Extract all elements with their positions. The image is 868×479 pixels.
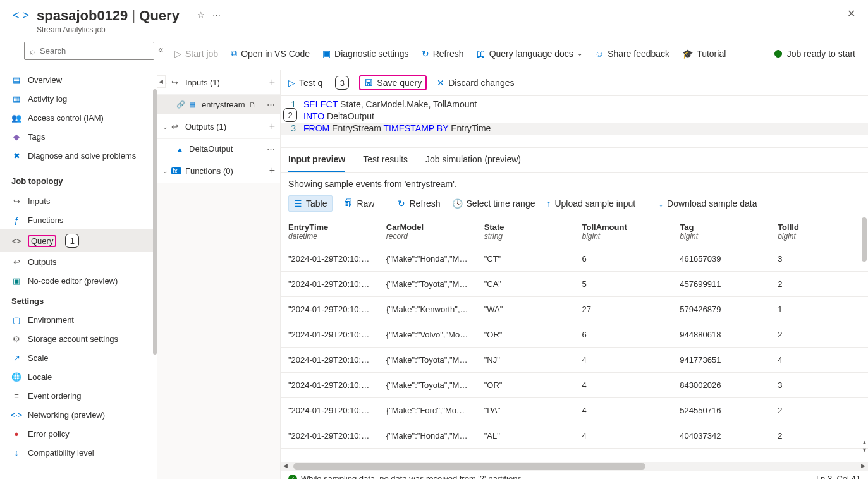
results-area: Input preview Test results Job simulatio… — [281, 147, 868, 479]
table-cell: "PA" — [477, 398, 575, 423]
nav-compat[interactable]: ↕Compatibility level — [0, 443, 157, 462]
table-cell: 2 — [770, 398, 868, 423]
nav-locale[interactable]: 🌐Locale — [0, 367, 157, 386]
functions-icon: ƒ — [11, 215, 21, 225]
tab-test-results[interactable]: Test results — [363, 148, 408, 172]
network-icon: <·> — [11, 409, 21, 420]
file-icon: 🗋 — [249, 101, 256, 109]
table-row[interactable]: "2024-01-29T20:10:00....{"Make":"Honda",… — [281, 246, 868, 272]
table-cell: 3 — [770, 373, 868, 398]
page-header: < > spasajob0129 | Query Stream Analytic… — [0, 0, 868, 39]
nav-event-ordering[interactable]: ≡Event ordering — [0, 386, 157, 405]
book-icon: 🕮 — [477, 49, 486, 59]
output-deltaoutput[interactable]: ▲ DeltaOutput ⋯ — [157, 139, 280, 159]
nav-environment[interactable]: ▢Environment — [0, 310, 157, 329]
table-cell: 2 — [770, 322, 868, 348]
save-query-button[interactable]: 🖫Save query — [359, 75, 427, 90]
column-header[interactable]: CarModelrecord — [379, 217, 477, 246]
column-header[interactable]: Tagbigint — [672, 217, 770, 246]
scale-icon: ↗ — [11, 353, 21, 363]
status-indicator-icon — [774, 50, 782, 58]
column-header[interactable]: Statestring — [477, 217, 575, 246]
more-icon[interactable]: ⋯ — [267, 144, 275, 154]
discard-changes-button[interactable]: ✕Discard changes — [437, 78, 514, 88]
table-cell: 524550716 — [672, 398, 770, 423]
tutorial-button[interactable]: 🎓Tutorial — [682, 49, 726, 59]
more-icon[interactable]: ⋯ — [212, 10, 221, 20]
inputs-icon: ↪ — [11, 196, 21, 206]
nav-inputs[interactable]: ↪Inputs — [0, 191, 157, 210]
nav-outputs[interactable]: ↩Outputs — [0, 252, 157, 271]
horizontal-scrollbar[interactable]: ◀ ▶ — [281, 462, 868, 471]
view-raw-button[interactable]: 🗐Raw — [344, 198, 374, 209]
test-query-button[interactable]: ▷Test q — [288, 78, 322, 88]
column-header[interactable]: TollIdbigint — [770, 217, 868, 246]
table-row[interactable]: "2024-01-29T20:10:00....{"Make":"Kenwort… — [281, 297, 868, 322]
search-field[interactable] — [39, 45, 149, 57]
table-row[interactable]: "2024-01-29T20:10:01....{"Make":"Toyota"… — [281, 373, 868, 398]
search-input[interactable]: ⌕ — [24, 42, 154, 60]
start-job-button[interactable]: ▷Start job — [174, 49, 218, 59]
favorite-icon[interactable]: ☆ — [197, 10, 205, 20]
nav-query[interactable]: <>Query1 — [0, 229, 157, 252]
functions-group-header[interactable]: ⌄ fx Functions (0) + — [157, 159, 280, 183]
sample-info: Showing sample events from 'entrystream'… — [281, 173, 868, 193]
inputs-group-header[interactable]: ⌄ ↪ Inputs (1) + — [157, 70, 280, 95]
query-docs-button[interactable]: 🕮Query language docs ⌄ — [477, 49, 582, 59]
nav-tags[interactable]: ◆Tags — [0, 127, 157, 146]
table-cell: "OR" — [477, 373, 575, 398]
open-vscode-button[interactable]: ⧉Open in VS Code — [231, 48, 310, 59]
view-table-button[interactable]: ☰Table — [288, 195, 333, 212]
log-icon: ▦ — [11, 94, 21, 104]
vertical-scrollbar[interactable]: ▲▼ — [860, 217, 868, 462]
preview-data-table[interactable]: EntryTimedatetimeCarModelrecordStatestri… — [281, 217, 868, 462]
upload-sample-button[interactable]: ↑Upload sample input — [546, 198, 635, 209]
nav-scale[interactable]: ↗Scale — [0, 348, 157, 367]
table-row[interactable]: "2024-01-29T20:10:01....{"Make":"Ford","… — [281, 398, 868, 423]
table-cell: "AL" — [477, 423, 575, 449]
table-row[interactable]: "2024-01-29T20:10:00....{"Make":"Toyota"… — [281, 272, 868, 297]
table-cell: 843002026 — [672, 373, 770, 398]
nav-overview[interactable]: ▤Overview — [0, 70, 157, 89]
download-sample-button[interactable]: ↓Download sample data — [659, 198, 757, 209]
table-row[interactable]: "2024-01-29T20:10:00....{"Make":"Toyota"… — [281, 348, 868, 373]
column-header[interactable]: TollAmountbigint — [574, 217, 672, 246]
editor-toolbar: ▷Test q 3 🖫Save query ✕Discard changes — [281, 70, 868, 96]
nav-networking[interactable]: <·>Networking (preview) — [0, 405, 157, 424]
tab-job-simulation[interactable]: Job simulation (preview) — [425, 148, 521, 172]
nav-diagnose[interactable]: ✖Diagnose and solve problems — [0, 146, 157, 165]
refresh-preview-button[interactable]: ↻Refresh — [398, 198, 440, 209]
add-output-icon[interactable]: + — [269, 121, 275, 132]
share-feedback-button[interactable]: ☺Share feedback — [595, 49, 669, 59]
table-cell: "OR" — [477, 322, 575, 348]
nav-nocode[interactable]: ▣No-code editor (preview) — [0, 271, 157, 290]
io-panel: ◀ ⌄ ↪ Inputs (1) + 🔗 ▤ entrystream 🗋 ⋯ ⌄… — [157, 70, 281, 479]
close-icon[interactable]: ✕ — [847, 8, 855, 20]
table-row[interactable]: "2024-01-29T20:10:04....{"Make":"Honda",… — [281, 423, 868, 449]
refresh-button[interactable]: ↻Refresh — [422, 49, 464, 59]
table-row[interactable]: "2024-01-29T20:10:00....{"Make":"Volvo",… — [281, 322, 868, 348]
select-time-range-button[interactable]: 🕓Select time range — [452, 198, 535, 209]
tab-input-preview[interactable]: Input preview — [288, 148, 345, 172]
collapse-io-panel-icon[interactable]: ◀ — [157, 75, 166, 88]
query-editor[interactable]: 1SELECT State, CarModel.Make, TollAmount… — [281, 96, 868, 147]
check-icon: ✓ — [288, 475, 297, 480]
table-cell: 6 — [574, 246, 672, 272]
add-function-icon[interactable]: + — [269, 165, 275, 176]
nav-functions[interactable]: ƒFunctions — [0, 210, 157, 229]
outputs-group-header[interactable]: ⌄ ↩ Outputs (1) + — [157, 114, 280, 139]
table-cell: "CT" — [477, 246, 575, 272]
nav-access-control[interactable]: 👥Access control (IAM) — [0, 108, 157, 127]
nav-activity-log[interactable]: ▦Activity log — [0, 89, 157, 108]
table-cell: {"Make":"Kenworth","... — [379, 297, 477, 322]
nav-storage[interactable]: ⚙Storage account settings — [0, 329, 157, 348]
collapse-sidebar-icon[interactable]: « — [158, 44, 163, 54]
save-icon: 🖫 — [364, 78, 373, 88]
nav-error-policy[interactable]: ●Error policy — [0, 424, 157, 443]
input-entrystream[interactable]: 🔗 ▤ entrystream 🗋 ⋯ — [157, 95, 280, 114]
column-header[interactable]: EntryTimedatetime — [281, 217, 379, 246]
add-input-icon[interactable]: + — [269, 76, 275, 88]
vscode-icon: ⧉ — [231, 48, 237, 59]
diagnostic-settings-button[interactable]: ▣Diagnostic settings — [322, 49, 409, 59]
more-icon[interactable]: ⋯ — [267, 100, 275, 109]
